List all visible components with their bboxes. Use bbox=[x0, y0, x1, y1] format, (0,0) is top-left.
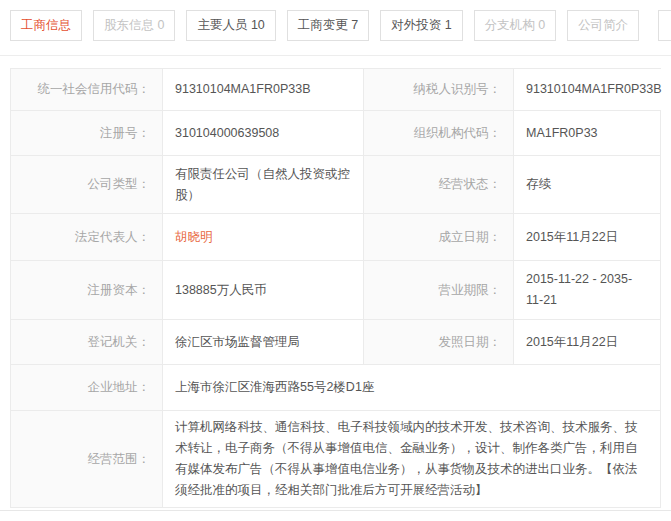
field-value: 2015年11月22日 bbox=[514, 214, 660, 260]
field-value: 胡晓明 bbox=[163, 214, 364, 260]
field-label-text: 经营范围： bbox=[88, 449, 151, 470]
table-row: 登记机关：徐汇区市场监督管理局发照日期：2015年11月22日 bbox=[11, 320, 660, 365]
field-label: 法定代表人： bbox=[11, 214, 163, 260]
table-row: 注册资本：138885万人民币营业期限：2015-11-22 - 2035-11… bbox=[11, 261, 660, 320]
tab-outbound-investment[interactable]: 对外投资 1 bbox=[380, 10, 462, 41]
field-value: 138885万人民币 bbox=[163, 261, 364, 319]
tab-company-profile[interactable]: 公司简介 bbox=[567, 10, 639, 41]
field-value: 有限责任公司（自然人投资或控股） bbox=[163, 156, 364, 213]
field-value-text: 310104000639508 bbox=[175, 123, 279, 144]
tab-partial-clipped[interactable] bbox=[658, 10, 671, 41]
field-value: 91310104MA1FR0P33B bbox=[514, 69, 671, 110]
field-label: 经营状态： bbox=[364, 156, 514, 213]
tab-shareholder-info[interactable]: 股东信息 0 bbox=[93, 10, 175, 41]
field-label-text: 统一社会信用代码： bbox=[38, 79, 151, 100]
tab-branches[interactable]: 分支机构 0 bbox=[474, 10, 556, 41]
field-label-text: 营业期限： bbox=[439, 280, 502, 301]
table-row: 公司类型：有限责任公司（自然人投资或控股）经营状态：存续 bbox=[11, 156, 660, 214]
tab-bar-divider bbox=[0, 55, 671, 56]
business-info-table: 统一社会信用代码：91310104MA1FR0P33B纳税人识别号：913101… bbox=[10, 68, 661, 508]
field-value: 2015-11-22 - 2035-11-21 bbox=[514, 261, 660, 319]
field-label: 注册号： bbox=[11, 111, 163, 155]
field-label: 纳税人识别号： bbox=[364, 69, 514, 110]
field-value-text: 存续 bbox=[526, 174, 551, 195]
table-row: 法定代表人：胡晓明成立日期：2015年11月22日 bbox=[11, 214, 660, 261]
field-label-text: 组织机构代码： bbox=[414, 123, 502, 144]
tab-bar: 工商信息股东信息 0主要人员 10工商变更 7对外投资 1分支机构 0公司简介 bbox=[0, 0, 671, 41]
field-value: 91310104MA1FR0P33B bbox=[163, 69, 364, 110]
field-label-text: 注册号： bbox=[100, 123, 150, 144]
field-value: 存续 bbox=[514, 156, 660, 213]
tab-business-info[interactable]: 工商信息 bbox=[10, 10, 82, 41]
field-label-text: 经营状态： bbox=[439, 174, 502, 195]
table-row: 统一社会信用代码：91310104MA1FR0P33B纳税人识别号：913101… bbox=[11, 69, 660, 111]
table-row: 经营范围：计算机网络科技、通信科技、电子科技领域内的技术开发、技术咨询、技术服务… bbox=[11, 411, 660, 507]
field-value-text: 91310104MA1FR0P33B bbox=[526, 79, 662, 100]
table-row: 企业地址：上海市徐汇区淮海西路55号2楼D1座 bbox=[11, 365, 660, 411]
field-value: 310104000639508 bbox=[163, 111, 364, 155]
field-label: 组织机构代码： bbox=[364, 111, 514, 155]
field-label: 统一社会信用代码： bbox=[11, 69, 163, 110]
field-label-text: 成立日期： bbox=[439, 227, 502, 248]
field-label-text: 纳税人识别号： bbox=[414, 79, 502, 100]
field-value: 徐汇区市场监督管理局 bbox=[163, 320, 364, 364]
field-value-text: 138885万人民币 bbox=[175, 280, 267, 301]
tab-business-changes[interactable]: 工商变更 7 bbox=[287, 10, 369, 41]
field-label: 经营范围： bbox=[11, 411, 163, 507]
field-value-text: 上海市徐汇区淮海西路55号2楼D1座 bbox=[175, 377, 374, 398]
field-label: 企业地址： bbox=[11, 365, 163, 410]
field-value-text: 91310104MA1FR0P33B bbox=[175, 79, 311, 100]
field-label-text: 法定代表人： bbox=[75, 227, 150, 248]
tab-key-personnel[interactable]: 主要人员 10 bbox=[186, 10, 275, 41]
field-value-text: MA1FR0P33 bbox=[526, 123, 598, 144]
field-label: 发照日期： bbox=[364, 320, 514, 364]
field-value: MA1FR0P33 bbox=[514, 111, 660, 155]
table-row: 注册号：310104000639508组织机构代码：MA1FR0P33 bbox=[11, 111, 660, 156]
field-label-text: 公司类型： bbox=[88, 174, 151, 195]
field-label-text: 登记机关： bbox=[88, 332, 151, 353]
field-label-text: 企业地址： bbox=[88, 377, 151, 398]
field-value-text: 2015-11-22 - 2035-11-21 bbox=[526, 269, 648, 311]
field-label: 登记机关： bbox=[11, 320, 163, 364]
field-label-text: 注册资本： bbox=[88, 280, 151, 301]
field-label: 注册资本： bbox=[11, 261, 163, 319]
field-label: 营业期限： bbox=[364, 261, 514, 319]
bottom-divider bbox=[0, 510, 671, 511]
field-value: 2015年11月22日 bbox=[514, 320, 660, 364]
field-value-text: 有限责任公司（自然人投资或控股） bbox=[175, 164, 351, 206]
field-label: 公司类型： bbox=[11, 156, 163, 213]
field-value-text: 计算机网络科技、通信科技、电子科技领域内的技术开发、技术咨询、技术服务、技术转让… bbox=[175, 417, 648, 501]
field-value-text: 2015年11月22日 bbox=[526, 332, 618, 353]
legal-representative-link[interactable]: 胡晓明 bbox=[175, 227, 213, 248]
field-value: 计算机网络科技、通信科技、电子科技领域内的技术开发、技术咨询、技术服务、技术转让… bbox=[163, 411, 660, 507]
field-value-text: 2015年11月22日 bbox=[526, 227, 618, 248]
field-label-text: 发照日期： bbox=[439, 332, 502, 353]
field-value-text: 徐汇区市场监督管理局 bbox=[175, 332, 300, 353]
field-label: 成立日期： bbox=[364, 214, 514, 260]
field-value: 上海市徐汇区淮海西路55号2楼D1座 bbox=[163, 365, 660, 410]
